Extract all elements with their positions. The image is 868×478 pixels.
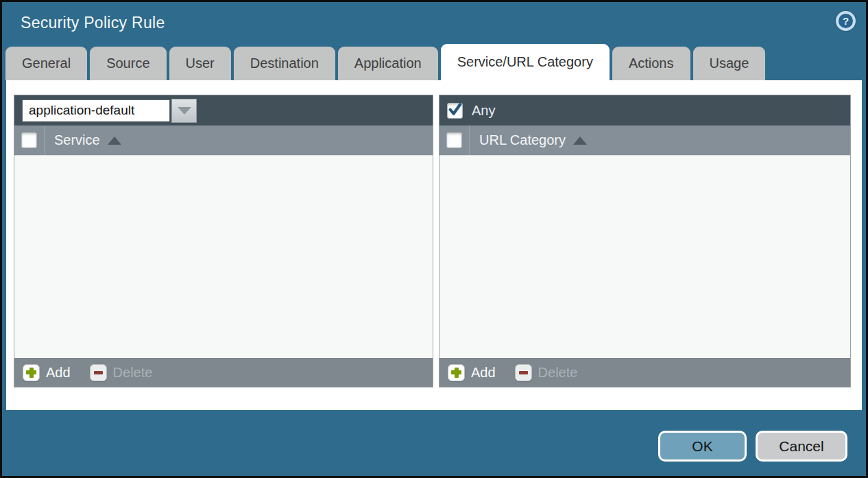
security-policy-rule-dialog: Security Policy Rule ? General Source Us…: [0, 0, 868, 478]
tab-source[interactable]: Source: [90, 47, 166, 80]
tab-application[interactable]: Application: [338, 47, 438, 80]
url-category-delete-button[interactable]: Delete: [515, 364, 578, 381]
url-category-any-checkbox[interactable]: [447, 103, 463, 119]
service-list-body: [14, 156, 433, 358]
help-icon-glyph: ?: [843, 15, 849, 27]
tab-strip: General Source User Destination Applicat…: [5, 47, 765, 80]
dropdown-arrow-icon: [178, 107, 191, 115]
ok-button[interactable]: OK: [658, 431, 747, 462]
service-type-dropdown-button[interactable]: [171, 99, 197, 123]
tab-general[interactable]: General: [5, 47, 87, 80]
service-select-all-checkbox[interactable]: [21, 132, 37, 148]
tab-content-area: Service Add Delete: [6, 80, 862, 410]
sort-asc-icon[interactable]: [108, 136, 121, 145]
service-add-button[interactable]: Add: [23, 364, 71, 381]
any-checkbox-label: Any: [472, 103, 495, 119]
tab-user[interactable]: User: [169, 47, 231, 80]
service-delete-button[interactable]: Delete: [90, 364, 153, 381]
sort-asc-icon[interactable]: [573, 136, 587, 145]
checkmark-icon: [448, 102, 462, 117]
tab-usage[interactable]: Usage: [693, 47, 766, 80]
service-panel-footer: Add Delete: [14, 358, 433, 387]
service-column-header-row: Service: [14, 126, 433, 156]
url-category-panel-footer: Add Delete: [439, 358, 850, 387]
add-icon: [448, 364, 465, 381]
add-icon: [23, 364, 40, 381]
service-column-label[interactable]: Service: [54, 132, 100, 148]
dialog-title: Security Policy Rule: [21, 14, 165, 32]
delete-icon: [90, 364, 107, 381]
service-type-combobox: [22, 99, 197, 123]
service-panel: Service Add Delete: [14, 95, 433, 387]
url-category-add-button[interactable]: Add: [448, 364, 496, 381]
url-category-panel-header: Any: [439, 95, 850, 126]
help-icon[interactable]: ?: [836, 11, 856, 31]
tab-destination[interactable]: Destination: [234, 47, 335, 80]
service-type-input[interactable]: [22, 99, 170, 122]
url-category-column-header-row: URL Category: [439, 126, 850, 156]
tab-service-url-category[interactable]: Service/URL Category: [441, 44, 610, 80]
url-category-list-body: [439, 156, 850, 358]
service-panel-header: [14, 95, 433, 126]
delete-icon: [515, 364, 532, 381]
url-category-panel: Any URL Category Add Delete: [439, 95, 851, 387]
url-category-column-label[interactable]: URL Category: [479, 132, 566, 148]
url-category-select-all-checkbox[interactable]: [446, 132, 462, 148]
cancel-button[interactable]: Cancel: [756, 431, 847, 462]
tab-actions[interactable]: Actions: [612, 47, 690, 80]
